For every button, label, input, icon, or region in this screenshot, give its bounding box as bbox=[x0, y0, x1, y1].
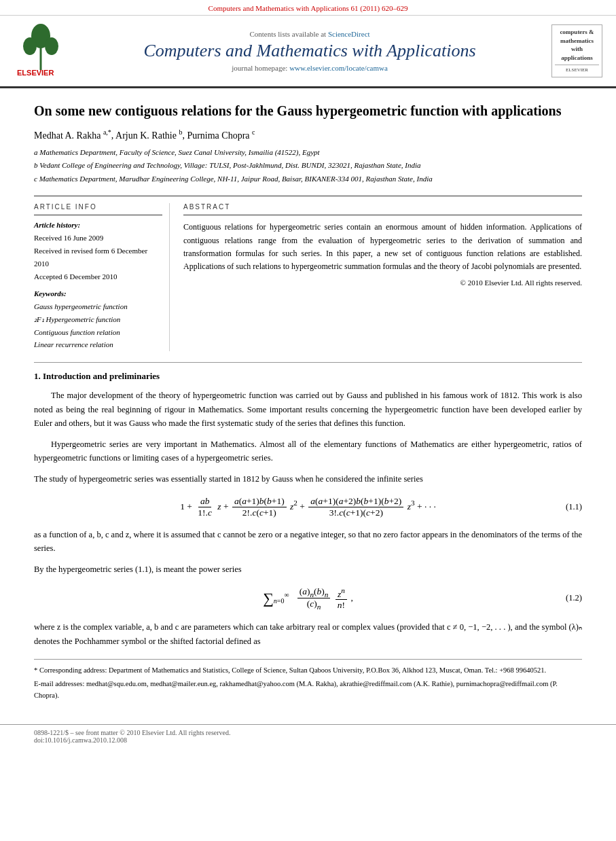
abstract-label: ABSTRACT bbox=[183, 203, 582, 211]
footnote-corresponding: * Corresponding address: Department of M… bbox=[34, 665, 582, 677]
article-info-column: ARTICLE INFO Article history: Received 1… bbox=[34, 203, 170, 351]
frac-ab-1c: ab 1!.c bbox=[196, 496, 214, 518]
section1-para5: By the hypergeometric series (1.1), is m… bbox=[34, 562, 582, 577]
article-info-abstract-section: ARTICLE INFO Article history: Received 1… bbox=[34, 196, 582, 351]
doi-line: doi:10.1016/j.camwa.2010.12.008 bbox=[34, 736, 582, 744]
keyword-4: Linear recurrence relation bbox=[34, 338, 162, 351]
frac-pochhammer: (a)n(b)n (c)n bbox=[297, 586, 331, 611]
homepage-label: journal homepage: bbox=[232, 64, 287, 72]
authors-line: Medhat A. Rakha a,*, Arjun K. Rathie b, … bbox=[34, 128, 582, 141]
journal-logo-box: computers &mathematicswithapplications E… bbox=[551, 24, 602, 77]
affiliations: a Mathematics Department, Faculty of Sci… bbox=[34, 147, 582, 185]
section1-para3: The study of hypergeometric series was e… bbox=[34, 472, 582, 486]
keyword-2: ₂F₁ Hypergeometric function bbox=[34, 313, 162, 326]
equation-1-1: 1 + ab 1!.c z + a(a+1)b(b+1) 2!.c(c+1) z… bbox=[34, 496, 582, 518]
eq-number-1-1: (1.1) bbox=[566, 502, 582, 512]
contents-available-line: Contents lists available at ScienceDirec… bbox=[75, 30, 545, 38]
section1-para1: The major development of the theory of h… bbox=[34, 389, 582, 431]
frac-a1a2b1b2: a(a+1)(a+2)b(b+1)(b+2) 3!.c(c+1)(c+2) bbox=[308, 496, 403, 518]
homepage-url[interactable]: www.elsevier.com/locate/camwa bbox=[289, 64, 388, 72]
copyright-line: © 2010 Elsevier Ltd. All rights reserved… bbox=[183, 279, 582, 287]
journal-reference-bar: Computers and Mathematics with Applicati… bbox=[0, 0, 616, 16]
section-divider bbox=[34, 362, 582, 363]
equation-1-2-formula: ∑n=0∞ (a)n(b)n (c)n zn n! , bbox=[263, 586, 353, 611]
footnote-email: E-mail addresses: medhat@squ.edu.om, med… bbox=[34, 679, 582, 702]
equation-1-2: ∑n=0∞ (a)n(b)n (c)n zn n! , (1.2) bbox=[34, 586, 582, 611]
journal-reference-text: Computers and Mathematics with Applicati… bbox=[209, 4, 408, 12]
homepage-line: journal homepage: www.elsevier.com/locat… bbox=[75, 64, 545, 72]
elsevier-logo: ELSEVIER bbox=[14, 22, 68, 79]
abstract-column: ABSTRACT Contiguous relations for hyperg… bbox=[183, 203, 582, 351]
article-info-label: ARTICLE INFO bbox=[34, 203, 162, 211]
frac-zn-fact: zn n! bbox=[336, 586, 347, 611]
keywords-list: Gauss hypergeometric function ₂F₁ Hyperg… bbox=[34, 300, 162, 351]
article-history: Received 16 June 2009 Received in revise… bbox=[34, 232, 162, 283]
history-label: Article history: bbox=[34, 221, 162, 229]
received-revised-date: Received in revised form 6 December 2010 bbox=[34, 245, 162, 270]
keyword-3: Contiguous function relation bbox=[34, 326, 162, 339]
main-content: On some new contiguous relations for the… bbox=[0, 88, 616, 717]
journal-title: Computers and Mathematics with Applicati… bbox=[75, 41, 545, 61]
journal-header: ELSEVIER Contents lists available at Sci… bbox=[0, 16, 616, 88]
eq-number-1-2: (1.2) bbox=[566, 593, 582, 603]
section1-para2: Hypergeometric series are very important… bbox=[34, 437, 582, 465]
keyword-1: Gauss hypergeometric function bbox=[34, 300, 162, 313]
journal-header-center: Contents lists available at ScienceDirec… bbox=[75, 30, 545, 72]
section1-para4: as a function of a, b, c and z, where it… bbox=[34, 528, 582, 556]
affiliation-a: a Mathematics Department, Faculty of Sci… bbox=[34, 147, 582, 159]
accepted-date: Accepted 6 December 2010 bbox=[34, 270, 162, 283]
abstract-text: Contiguous relations for hypergeometric … bbox=[183, 221, 582, 273]
section1-para6: where z is the complex variable, a, b an… bbox=[34, 620, 582, 648]
frac-a1b1: a(a+1)b(b+1) 2!.c(c+1) bbox=[232, 496, 287, 518]
issn-line: 0898-1221/$ – see front matter © 2010 El… bbox=[34, 729, 582, 736]
svg-text:ELSEVIER: ELSEVIER bbox=[17, 69, 54, 77]
affiliation-b: b Vedant College of Engineering and Tech… bbox=[34, 160, 582, 172]
keywords-label: Keywords: bbox=[34, 289, 162, 298]
section1-heading: 1. Introduction and preliminaries bbox=[34, 371, 582, 382]
sciencedirect-link[interactable]: ScienceDirect bbox=[328, 30, 370, 38]
svg-point-3 bbox=[23, 37, 37, 55]
received-date: Received 16 June 2009 bbox=[34, 232, 162, 245]
article-title: On some new contiguous relations for the… bbox=[34, 102, 582, 120]
bottom-bar: 0898-1221/$ – see front matter © 2010 El… bbox=[0, 724, 616, 748]
footnote-section: * Corresponding address: Department of M… bbox=[34, 659, 582, 701]
affiliation-c: c Mathematics Department, Marudhar Engin… bbox=[34, 173, 582, 185]
equation-1-1-formula: 1 + ab 1!.c z + a(a+1)b(b+1) 2!.c(c+1) z… bbox=[180, 496, 436, 518]
svg-point-4 bbox=[45, 37, 58, 55]
